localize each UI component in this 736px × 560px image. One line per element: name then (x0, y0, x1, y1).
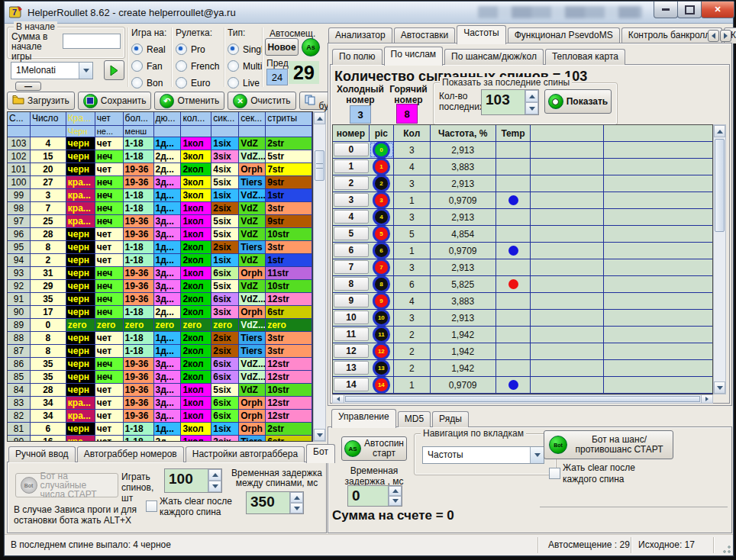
tab-control-2[interactable]: Ряды (432, 411, 469, 427)
table-row[interactable]: 9135черннеч19-363д...2кол6sixVdZ...12str (8, 293, 312, 306)
resize-grip[interactable] (723, 546, 731, 553)
freq-row[interactable]: 141410,9709 (333, 377, 712, 394)
table-row[interactable]: 10120чернчет19-362д...2кол4sixOrph7str (8, 163, 312, 176)
autoshift-new-button[interactable]: Новое (265, 38, 299, 56)
table-row[interactable]: 878чернчет1-181д...2кол2sixTiers3str (8, 345, 312, 358)
autospin-start-button[interactable]: AS Автоспин старт (341, 436, 407, 461)
table-row[interactable]: 987кра...неч1-181д...1кол2sixVdZ3str (8, 202, 312, 215)
table-row[interactable]: 9725кра...неч19-363д...1кол5sixVdZ9str (8, 215, 312, 228)
table-row[interactable]: 8234кра...чет19-363д...1кол6sixOrph12str (8, 410, 312, 423)
delay-stepper[interactable]: 0 (347, 485, 402, 507)
scroll-down-button[interactable] (714, 381, 725, 394)
table-row[interactable]: 9628чернчет19-363д...1кол5sixVdZ10str (8, 228, 312, 241)
count-last-stepper[interactable]: 103 (481, 89, 539, 115)
freq-pic-cell[interactable]: 9 (370, 293, 394, 309)
freq-pic-cell[interactable]: 13 (370, 360, 394, 376)
column-header-number[interactable]: Число (31, 112, 66, 126)
frequency-table-scrollbar[interactable] (713, 124, 726, 394)
clear-after-spin-checkbox[interactable] (549, 468, 560, 479)
title-bar[interactable]: 7 HelperRoullet 8.62 - create helperroul… (5, 2, 733, 24)
freq-pic-cell[interactable]: 0 (370, 142, 394, 158)
freq-row[interactable]: 2232,913 (333, 175, 712, 192)
minimize-button[interactable] (654, 2, 678, 18)
tab-main-0[interactable]: Анализатор (328, 27, 392, 43)
table-row[interactable]: 888чернчет1-181д...2кол2sixTiers3str (8, 332, 312, 345)
frequency-table-hscrollbar[interactable] (332, 394, 713, 404)
table-row[interactable]: 9017черннеч1-182д...2кол3sixOrph6str (8, 306, 312, 319)
freq-number-cell[interactable]: 5 (334, 227, 369, 240)
stepper-up[interactable] (208, 469, 221, 481)
scroll-thumb[interactable] (715, 139, 725, 232)
tab-freq-1[interactable]: По числам (384, 47, 444, 66)
freq-row[interactable]: 4432,913 (333, 209, 712, 226)
clear-after-spin-checkbox[interactable] (146, 500, 157, 512)
freq-row[interactable]: 1143,883 (333, 159, 712, 175)
column-header-parity[interactable]: чет (95, 112, 124, 126)
start-sum-input[interactable] (63, 34, 121, 49)
table-row[interactable]: 942чернчет1-181д...2кол1sixVdZ1str (8, 254, 312, 267)
tab-main-1[interactable]: Автоставки (394, 27, 456, 43)
freq-number-cell[interactable]: 4 (334, 210, 369, 224)
tab-navigation-dropdown[interactable]: Частоты (422, 446, 544, 464)
table-row[interactable]: 8635черннеч19-363д...2кол6sixVdZ...12str (8, 358, 312, 371)
tab-input-3[interactable]: Бот (306, 444, 335, 463)
freq-pic-cell[interactable]: 10 (370, 310, 394, 326)
table-row[interactable]: 8535черннеч19-363д...2кол6sixVdZ...12str (8, 371, 312, 384)
scroll-thumb[interactable] (345, 396, 700, 402)
scroll-down-button[interactable] (314, 429, 325, 441)
stepper-down[interactable] (389, 496, 402, 506)
stepper-down[interactable] (208, 481, 221, 492)
column-header-half[interactable]: бол... (124, 112, 154, 126)
table-row[interactable]: 993кра...неч1-181д...3кол1sixVdZ...1str (8, 189, 312, 202)
freq-number-cell[interactable]: 10 (334, 311, 369, 324)
column-header-sector[interactable]: сек... (239, 112, 266, 126)
column-header-spin-number[interactable]: С... (8, 112, 31, 126)
column-header-sixline[interactable]: сик... (211, 112, 239, 126)
freq-number-cell[interactable]: 2 (334, 176, 369, 190)
preset-combobox-arrow[interactable] (79, 63, 92, 79)
tab-main-3[interactable]: Функционал PsevdoMS (508, 27, 620, 43)
freq-row[interactable]: 121221,942 (333, 343, 712, 360)
freq-pic-cell[interactable]: 12 (370, 343, 394, 359)
tab-freq-3[interactable]: Тепловая карта (545, 49, 625, 65)
freq-number-cell[interactable]: 7 (334, 260, 369, 274)
freq-pic-cell[interactable]: 2 (370, 175, 394, 191)
chance-bot-start-button[interactable]: Bot Бот на шанс/противошанс СТАРТ (544, 430, 673, 459)
table-row[interactable]: 958чернчет1-181д...2кол2sixTiers3str (8, 241, 312, 254)
tab-control-1[interactable]: MD5 (398, 411, 431, 427)
freq-pic-cell[interactable]: 11 (370, 327, 394, 343)
freq-row[interactable]: 131321,942 (333, 360, 712, 377)
freq-row[interactable]: 0032,913 (333, 142, 712, 159)
stepper-down[interactable] (525, 102, 538, 114)
scroll-right-button[interactable] (701, 395, 712, 403)
toolbar-button-2[interactable]: ↶Отменить (154, 92, 224, 110)
tab-control-0[interactable]: Управление (331, 409, 396, 428)
stepper-up[interactable] (525, 90, 538, 102)
play-spins-stepper[interactable]: 100 (164, 468, 222, 493)
stepper-up[interactable] (389, 486, 402, 496)
table-row[interactable]: 8428чернчет19-363д...1кол5sixVdZ10str (8, 384, 312, 397)
spin-delay-stepper[interactable]: 350 (246, 491, 304, 514)
tab-main-2[interactable]: Частоты (457, 25, 506, 44)
preset-combobox[interactable]: 1Melonati (11, 62, 93, 79)
radio-option-euro[interactable]: Euro (176, 77, 223, 89)
dash-button[interactable]: — (15, 82, 41, 91)
freq-pic-cell[interactable]: 3 (370, 192, 394, 208)
table-row[interactable]: 9229черннеч19-363д...2кол5sixVdZ10str (8, 280, 312, 293)
close-button[interactable]: ✕ (701, 2, 734, 18)
table-row[interactable]: 8016кра...чет1-182д...1кол3sixTiers6str (8, 436, 312, 442)
table-row[interactable]: 8334кра...чет19-363д...1кол6sixOrph12str (8, 397, 312, 410)
autoshift-as-icon[interactable]: As (302, 38, 320, 56)
table-row[interactable]: 890zerozerozerozerozerozeroVdZ...zero (8, 319, 312, 332)
maximize-button[interactable] (677, 2, 702, 18)
scroll-thumb[interactable] (315, 150, 324, 181)
freq-pic-cell[interactable]: 8 (370, 276, 394, 292)
table-row[interactable]: 10027кра...неч19-363д...3кол5sixTiers9st… (8, 176, 312, 189)
table-row[interactable]: 10215черннеч1-182д...3кол3sixVdZ...5str (8, 150, 312, 163)
freq-number-cell[interactable]: 3 (334, 193, 369, 207)
tab-input-0[interactable]: Ручной ввод (8, 446, 76, 462)
freq-pic-cell[interactable]: 4 (370, 209, 394, 225)
freq-row[interactable]: 8865,825 (333, 276, 712, 293)
scroll-left-button[interactable] (333, 395, 344, 403)
freq-number-cell[interactable]: 1 (334, 159, 369, 173)
